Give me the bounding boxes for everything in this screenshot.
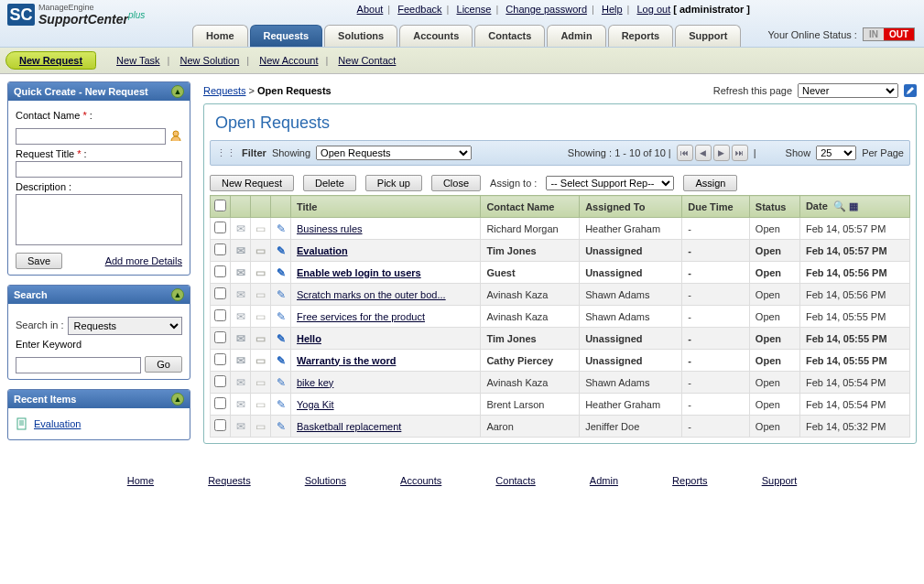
row-title-link[interactable]: Enable web login to users [297, 267, 421, 278]
request-title-input[interactable] [16, 161, 182, 178]
row-title-link[interactable]: Evaluation [297, 245, 348, 256]
mail-icon[interactable]: ✉ [236, 398, 245, 411]
help-link[interactable]: Help [602, 4, 623, 15]
row-title-link[interactable]: Business rules [297, 223, 363, 234]
pager-prev-icon[interactable]: ◀ [695, 145, 712, 161]
row-checkbox[interactable] [214, 222, 226, 233]
tab-requests[interactable]: Requests [250, 25, 323, 47]
footer-contacts[interactable]: Contacts [495, 475, 535, 486]
action-delete[interactable]: Delete [303, 175, 356, 191]
mail-icon[interactable]: ✉ [236, 354, 245, 367]
search-icon[interactable]: 🔍 [833, 200, 846, 211]
save-button[interactable]: Save [16, 253, 62, 269]
col-contact[interactable]: Contact Name [481, 196, 580, 218]
row-title-link[interactable]: Scratch marks on the outer bod... [297, 289, 446, 300]
col-assigned[interactable]: Assigned To [580, 196, 682, 218]
row-checkbox[interactable] [214, 397, 226, 409]
go-button[interactable]: Go [145, 356, 182, 373]
perpage-select[interactable]: 25 [816, 146, 856, 160]
edit-icon[interactable]: ✎ [277, 222, 286, 235]
action-pickup[interactable]: Pick up [365, 175, 422, 191]
edit-icon[interactable]: ✎ [277, 266, 286, 279]
mail-icon[interactable]: ✉ [236, 244, 245, 257]
row-title-link[interactable]: Free services for the product [297, 311, 425, 322]
add-more-details-link[interactable]: Add more Details [105, 255, 182, 266]
contact-picker-icon[interactable] [169, 129, 182, 142]
recent-item-link[interactable]: Evaluation [34, 418, 81, 429]
edit-icon[interactable]: ✎ [277, 244, 286, 257]
col-due[interactable]: Due Time [682, 196, 750, 218]
note-icon[interactable]: ▭ [255, 222, 266, 235]
pager-last-icon[interactable]: ⏭ [732, 145, 748, 161]
recent-item[interactable]: Evaluation [16, 414, 182, 434]
refresh-select[interactable]: Never [798, 83, 898, 98]
assign-button[interactable]: Assign [683, 175, 737, 191]
tab-home[interactable]: Home [192, 25, 248, 47]
tab-reports[interactable]: Reports [608, 25, 674, 47]
logout-link[interactable]: Log out [637, 4, 671, 15]
pager-next-icon[interactable]: ▶ [713, 145, 730, 161]
row-checkbox[interactable] [214, 309, 226, 321]
note-icon[interactable]: ▭ [255, 332, 266, 345]
mail-icon[interactable]: ✉ [236, 420, 245, 433]
row-title-link[interactable]: Warranty is the word [297, 355, 396, 366]
col-status[interactable]: Status [749, 196, 799, 218]
edit-refresh-icon[interactable] [904, 84, 917, 97]
edit-icon[interactable]: ✎ [277, 398, 286, 411]
new-contact-link[interactable]: New Contact [338, 55, 396, 66]
note-icon[interactable]: ▭ [255, 244, 266, 257]
new-solution-link[interactable]: New Solution [179, 55, 239, 66]
tab-solutions[interactable]: Solutions [324, 25, 397, 47]
mail-icon[interactable]: ✉ [236, 288, 245, 301]
new-account-link[interactable]: New Account [259, 55, 318, 66]
select-all-checkbox[interactable] [214, 200, 226, 211]
row-checkbox[interactable] [214, 331, 226, 343]
mail-icon[interactable]: ✉ [236, 376, 245, 389]
row-checkbox[interactable] [214, 419, 226, 431]
description-input[interactable] [16, 194, 182, 245]
new-request-button[interactable]: New Request [5, 51, 96, 70]
tab-admin[interactable]: Admin [547, 25, 605, 47]
row-title-link[interactable]: Basketball replacement [297, 421, 401, 432]
action-new-request[interactable]: New Request [210, 175, 294, 191]
row-checkbox[interactable] [214, 375, 226, 387]
note-icon[interactable]: ▭ [255, 420, 266, 433]
online-status-toggle[interactable]: IN OUT [863, 27, 915, 41]
tab-support[interactable]: Support [675, 25, 741, 47]
search-in-select[interactable]: Requests [68, 317, 182, 335]
filter-select[interactable]: Open Requests [316, 146, 472, 160]
tab-contacts[interactable]: Contacts [474, 25, 545, 47]
about-link[interactable]: About [357, 4, 384, 15]
edit-icon[interactable]: ✎ [277, 420, 286, 433]
footer-solutions[interactable]: Solutions [305, 475, 346, 486]
mail-icon[interactable]: ✉ [236, 266, 245, 279]
footer-accounts[interactable]: Accounts [400, 475, 441, 486]
column-settings-icon[interactable]: ▦ [849, 200, 858, 211]
keyword-input[interactable] [16, 357, 141, 373]
edit-icon[interactable]: ✎ [277, 310, 286, 323]
note-icon[interactable]: ▭ [255, 310, 266, 323]
collapse-icon[interactable]: ▲ [171, 393, 184, 406]
collapse-icon[interactable]: ▲ [171, 85, 184, 98]
mail-icon[interactable]: ✉ [236, 332, 245, 345]
note-icon[interactable]: ▭ [255, 354, 266, 367]
edit-icon[interactable]: ✎ [277, 354, 286, 367]
crumb-root[interactable]: Requests [203, 85, 245, 96]
row-title-link[interactable]: bike key [297, 377, 333, 388]
note-icon[interactable]: ▭ [255, 288, 266, 301]
new-task-link[interactable]: New Task [116, 55, 159, 66]
action-close[interactable]: Close [431, 175, 481, 191]
note-icon[interactable]: ▭ [255, 398, 266, 411]
row-title-link[interactable]: Yoga Kit [297, 399, 334, 410]
edit-icon[interactable]: ✎ [277, 376, 286, 389]
contact-name-input[interactable] [16, 128, 166, 145]
pager-first-icon[interactable]: ⏮ [677, 145, 693, 161]
collapse-icon[interactable]: ▲ [171, 288, 184, 301]
assign-to-select[interactable]: -- Select Support Rep-- [546, 176, 674, 190]
col-date[interactable]: Date 🔍 ▦ [799, 196, 909, 218]
feedback-link[interactable]: Feedback [397, 4, 441, 15]
col-title[interactable]: Title [291, 196, 481, 218]
footer-admin[interactable]: Admin [590, 475, 618, 486]
license-link[interactable]: License [457, 4, 492, 15]
row-title-link[interactable]: Hello [297, 333, 321, 344]
